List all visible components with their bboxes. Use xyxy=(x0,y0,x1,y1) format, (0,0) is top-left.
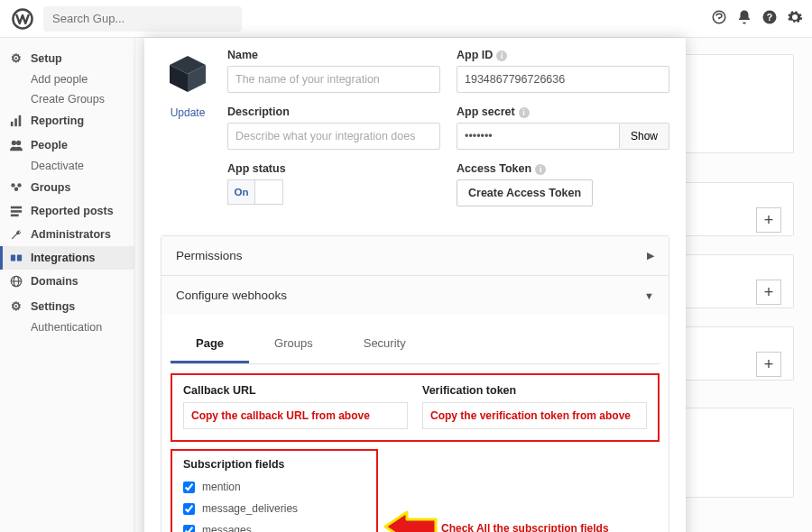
svg-rect-16 xyxy=(17,255,22,261)
sidebar-groups[interactable]: Groups xyxy=(0,176,134,199)
help-icon[interactable]: ? xyxy=(761,9,778,28)
sidebar-add-people[interactable]: Add people xyxy=(0,69,134,89)
chevron-right-icon: ▶ xyxy=(647,250,654,261)
secret-input[interactable] xyxy=(457,123,620,150)
callback-url-label: Callback URL xyxy=(183,384,408,397)
sidebar-label: Setup xyxy=(31,52,62,65)
sub-checkbox-row[interactable]: messages xyxy=(183,519,364,532)
sidebar-integrations[interactable]: Integrations xyxy=(0,246,134,270)
chat-icon[interactable] xyxy=(711,9,727,28)
annotation-text: Check All the subscription fields xyxy=(441,522,609,533)
accordion: Permissions ▶ Configure webhooks ▼ Page … xyxy=(161,235,669,532)
annotation: Check All the subscription fields xyxy=(383,510,609,532)
groups-icon xyxy=(9,181,23,194)
toggle-off xyxy=(255,180,282,204)
svg-point-0 xyxy=(13,9,32,28)
sidebar-admins[interactable]: Administrators xyxy=(0,223,134,246)
add-button[interactable]: + xyxy=(756,207,781,233)
name-label: Name xyxy=(227,49,440,61)
sub-checkbox-row[interactable]: message_deliveries xyxy=(183,498,364,519)
sidebar-label: People xyxy=(31,139,68,151)
appid-input[interactable] xyxy=(457,66,669,93)
sidebar-label: Groups xyxy=(31,181,70,194)
verification-token-input[interactable] xyxy=(422,402,647,429)
tab-security[interactable]: Security xyxy=(338,327,431,363)
svg-rect-5 xyxy=(14,118,17,126)
add-button[interactable]: + xyxy=(756,280,781,305)
description-input[interactable] xyxy=(227,123,440,150)
appid-label: App IDi xyxy=(457,49,669,61)
bell-icon[interactable] xyxy=(736,9,752,28)
svg-point-9 xyxy=(11,183,14,187)
svg-point-7 xyxy=(12,141,16,145)
info-icon: i xyxy=(496,50,507,61)
svg-marker-23 xyxy=(385,512,436,532)
svg-point-11 xyxy=(14,188,18,191)
sidebar-settings-head[interactable]: ⚙ Settings xyxy=(0,293,134,317)
webhook-tabs: Page Groups Security xyxy=(171,327,660,364)
integration-modal: Update Name Description App statu xyxy=(144,38,686,532)
sidebar-reporting[interactable]: Reporting xyxy=(0,109,134,133)
svg-point-8 xyxy=(16,141,21,145)
sidebar-label: Reporting xyxy=(31,115,84,127)
svg-rect-13 xyxy=(11,210,22,213)
gear-icon: ⚙ xyxy=(9,299,23,313)
subscription-highlight-box: Subscription fields mention message_deli… xyxy=(171,449,378,532)
tab-page[interactable]: Page xyxy=(171,327,249,363)
chevron-down-icon: ▼ xyxy=(644,290,654,301)
svg-text:?: ? xyxy=(767,12,772,23)
svg-rect-14 xyxy=(11,215,19,217)
gear-icon[interactable] xyxy=(787,9,803,28)
token-label: Access Tokeni xyxy=(457,162,669,175)
svg-rect-15 xyxy=(11,255,15,261)
description-label: Description xyxy=(227,105,440,118)
svg-rect-4 xyxy=(11,122,14,126)
section-title: Configure webhooks xyxy=(176,289,287,302)
permissions-section[interactable]: Permissions ▶ xyxy=(161,236,669,276)
workplace-logo-icon xyxy=(9,5,36,32)
section-title: Permissions xyxy=(176,249,243,262)
gear-icon: ⚙ xyxy=(9,51,23,65)
checkbox[interactable] xyxy=(183,503,195,515)
svg-rect-6 xyxy=(19,115,22,126)
checkbox[interactable] xyxy=(183,482,195,493)
status-toggle[interactable]: On xyxy=(227,179,283,205)
svg-rect-12 xyxy=(11,206,22,209)
webhooks-section[interactable]: Configure webhooks ▼ xyxy=(161,276,669,315)
checkbox-label: message_deliveries xyxy=(202,502,298,515)
sidebar-reported[interactable]: Reported posts xyxy=(0,199,134,223)
flag-icon xyxy=(9,205,23,217)
checkbox[interactable] xyxy=(183,525,195,533)
sidebar-label: Administrators xyxy=(31,228,111,241)
sidebar-label: Settings xyxy=(31,300,75,313)
checkbox-label: mention xyxy=(202,481,241,493)
update-link[interactable]: Update xyxy=(161,106,215,119)
show-secret-button[interactable]: Show xyxy=(620,123,669,150)
integrations-icon xyxy=(9,252,23,264)
app-cube-icon xyxy=(166,52,209,96)
admin-sidebar: ⚙ Setup Add people Create Groups Reporti… xyxy=(0,38,135,532)
sidebar-setup-head[interactable]: ⚙ Setup xyxy=(0,45,134,69)
people-icon xyxy=(9,139,23,151)
create-token-button[interactable]: Create Access Token xyxy=(457,179,593,206)
secret-label: App secreti xyxy=(457,105,669,118)
tab-groups[interactable]: Groups xyxy=(249,327,338,363)
add-button[interactable]: + xyxy=(756,352,781,377)
sidebar-label: Integrations xyxy=(31,252,96,264)
bars-icon xyxy=(9,115,23,127)
sidebar-people-head[interactable]: People xyxy=(0,133,134,156)
toggle-on: On xyxy=(228,180,255,204)
sub-checkbox-row[interactable]: mention xyxy=(183,476,364,498)
globe-icon xyxy=(9,275,23,288)
sidebar-create-groups[interactable]: Create Groups xyxy=(0,89,134,109)
info-icon: i xyxy=(519,107,530,118)
info-icon: i xyxy=(535,164,546,175)
sidebar-deactivate[interactable]: Deactivate xyxy=(0,156,134,176)
name-input[interactable] xyxy=(227,66,440,93)
verification-token-label: Verification token xyxy=(422,384,647,397)
callback-url-input[interactable] xyxy=(183,402,408,429)
sidebar-auth[interactable]: Authentication xyxy=(0,317,134,337)
sidebar-domains[interactable]: Domains xyxy=(0,270,134,293)
sidebar-label: Reported posts xyxy=(31,205,114,217)
search-input[interactable] xyxy=(43,6,242,32)
